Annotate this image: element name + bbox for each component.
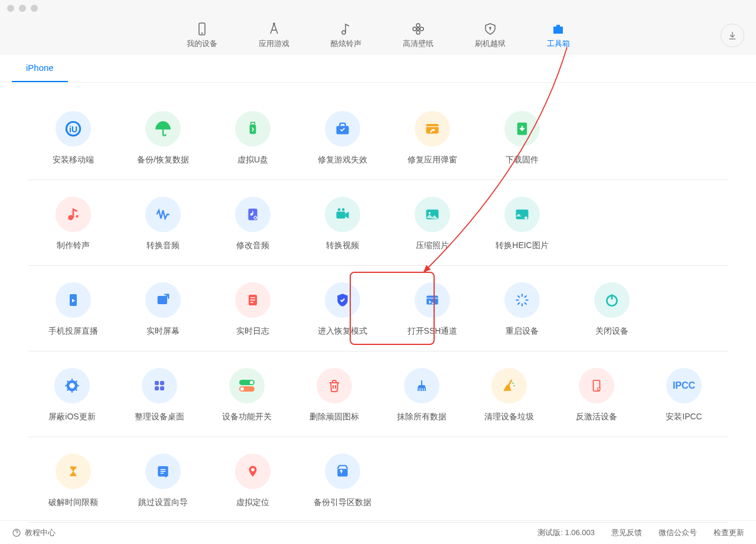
map-pin-icon	[235, 454, 271, 489]
tool-row: 手机投屏直播 实时屏幕 实时日志 进入恢复模式 打开SSH通道 重启设备 关闭设…	[28, 266, 728, 351]
tool-time-limit[interactable]: 破解时间限额	[28, 454, 118, 508]
close-window-dot[interactable]	[7, 5, 14, 12]
tool-label: 修复应用弹窗	[408, 155, 457, 165]
tool-label: 转换音频	[146, 240, 180, 251]
tool-virtual-udisk[interactable]: 虚拟U盘	[208, 111, 298, 165]
tool-realtime-screen[interactable]: 实时屏幕	[118, 282, 208, 337]
tool-clean-junk[interactable]: 清理设备垃圾	[465, 368, 553, 422]
tool-deactivate[interactable]: 反激活设备	[553, 368, 640, 422]
photo-icon	[415, 197, 450, 232]
nav-my-device[interactable]: 我的设备	[187, 17, 217, 54]
footer-bar: 教程中心 测试版: 1.06.003 意见反馈 微信公众号 检查更新	[0, 520, 756, 544]
svg-point-1	[201, 32, 202, 33]
hourglass-icon	[56, 454, 91, 489]
zoom-window-dot[interactable]	[31, 5, 38, 12]
loading-spinner-icon	[504, 282, 540, 318]
tool-feature-switch[interactable]: 设备功能开关	[203, 368, 291, 422]
power-icon	[594, 282, 630, 318]
screen-share-icon	[145, 282, 181, 318]
device-icon	[195, 22, 209, 36]
umbrella-icon	[145, 111, 181, 146]
tool-realtime-log[interactable]: 实时日志	[208, 282, 298, 337]
svg-point-9	[490, 27, 491, 28]
tool-convert-video[interactable]: 转换视频	[298, 197, 387, 251]
svg-rect-22	[337, 211, 346, 219]
waveform-icon	[145, 197, 181, 232]
svg-point-45	[512, 383, 513, 384]
svg-point-5	[416, 24, 420, 27]
svg-rect-51	[337, 469, 347, 477]
tool-label: 关闭设备	[595, 326, 628, 337]
tool-label: 清理设备垃圾	[484, 412, 534, 422]
nav-app-games[interactable]: 应用游戏	[259, 17, 289, 54]
svg-rect-37	[155, 381, 159, 385]
svg-point-24	[342, 209, 345, 211]
tool-label: 实时日志	[236, 326, 269, 337]
sub-tab-iphone[interactable]: iPhone	[12, 54, 68, 82]
tool-fix-game[interactable]: 修复游戏失效	[298, 111, 387, 165]
nav-label: 刷机越狱	[475, 38, 506, 49]
tool-erase-all[interactable]: 抹除所有数据	[378, 368, 465, 422]
toolbox-icon	[551, 22, 565, 36]
tool-label: 破解时间限额	[48, 497, 98, 508]
tool-convert-heic[interactable]: 转换HEIC图片	[477, 197, 567, 251]
download-icon	[727, 30, 738, 41]
footer-check-update[interactable]: 检查更新	[713, 527, 744, 538]
tool-label: 转换视频	[326, 240, 359, 251]
download-button[interactable]	[721, 24, 744, 47]
tool-virtual-location[interactable]: 虚拟定位	[208, 454, 298, 508]
tool-install-ipcc[interactable]: IPCC 安装IPCC	[640, 368, 728, 422]
tool-label: 反激活设备	[576, 412, 617, 422]
wrench-window-icon	[415, 111, 450, 146]
drive-backup-icon	[325, 454, 360, 489]
nav-label: 我的设备	[187, 38, 217, 49]
tool-label: 手机投屏直播	[48, 326, 98, 337]
tool-make-ringtone[interactable]: 制作铃声	[28, 197, 118, 251]
svg-rect-13	[251, 122, 255, 125]
footer-tutorial[interactable]: 教程中心	[25, 527, 56, 538]
flower-icon	[411, 22, 425, 36]
nav-flash-jailbreak[interactable]: 刷机越狱	[475, 17, 506, 54]
toolbox-fix-icon	[325, 111, 360, 146]
tool-arrange-desktop[interactable]: 整理设备桌面	[116, 368, 203, 422]
tool-backup-restore[interactable]: 备份/恢复数据	[118, 111, 208, 165]
device-sub-tabs: iPhone	[0, 54, 756, 83]
svg-rect-15	[426, 124, 439, 133]
tool-recovery-mode[interactable]: 进入恢复模式	[298, 282, 387, 337]
heic-convert-icon	[504, 197, 540, 232]
tool-delete-stubborn[interactable]: 删除顽固图标	[291, 368, 378, 422]
tool-screen-cast[interactable]: 手机投屏直播	[28, 282, 118, 337]
tool-label: 进入恢复模式	[318, 326, 367, 337]
nav-toolbox[interactable]: 工具箱	[547, 17, 570, 54]
footer-feedback[interactable]: 意见反馈	[611, 527, 642, 538]
footer-version: 测试版: 1.06.003	[537, 527, 595, 538]
tool-skip-setup[interactable]: 跳过设置向导	[118, 454, 208, 508]
nav-ringtones[interactable]: 酷炫铃声	[331, 17, 361, 54]
tool-label: 抹除所有数据	[397, 412, 447, 422]
app-logo-icon: iU	[56, 111, 91, 146]
tool-label: 备份引导区数据	[314, 497, 372, 508]
download-file-icon	[504, 111, 540, 146]
tool-fix-popup[interactable]: 修复应用弹窗	[387, 111, 477, 165]
tool-install-mobile[interactable]: iU 安装移动端	[28, 111, 118, 165]
footer-wechat[interactable]: 微信公众号	[659, 527, 697, 538]
minimize-window-dot[interactable]	[19, 5, 26, 12]
tool-shutdown-device[interactable]: 关闭设备	[567, 282, 657, 337]
tool-compress-photo[interactable]: 压缩照片	[387, 197, 477, 251]
tool-block-ios-update[interactable]: 屏蔽iOS更新	[28, 368, 116, 422]
tool-label: 修改音频	[236, 240, 269, 251]
tool-backup-boot[interactable]: 备份引导区数据	[298, 454, 387, 508]
tool-label: 重启设备	[506, 326, 539, 337]
grid-icon	[142, 368, 177, 403]
tool-label: 转换HEIC图片	[496, 240, 548, 251]
tool-label: 虚拟定位	[236, 497, 269, 508]
tool-label: 备份/恢复数据	[137, 155, 189, 165]
tool-open-ssh[interactable]: 打开SSH通道	[387, 282, 477, 337]
tool-convert-audio[interactable]: 转换音频	[118, 197, 208, 251]
tool-row: 屏蔽iOS更新 整理设备桌面 设备功能开关 删除顽固图标 抹除所有数据 清理设备…	[28, 351, 728, 437]
tool-download-firmware[interactable]: 下载固件	[477, 111, 567, 165]
tool-edit-audio[interactable]: 修改音频	[208, 197, 298, 251]
tool-restart-device[interactable]: 重启设备	[477, 282, 567, 337]
nav-wallpaper[interactable]: 高清壁纸	[403, 17, 434, 54]
nav-label: 酷炫铃声	[331, 38, 361, 49]
